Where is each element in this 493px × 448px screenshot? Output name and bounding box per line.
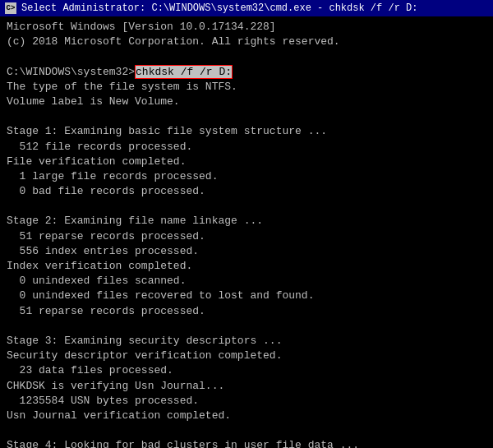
line-16: 556 index entries processed. (7, 244, 486, 259)
title-bar-text: Select Administrator: C:\WINDOWS\system3… (21, 2, 417, 14)
line-22: Stage 3: Examining security descriptors … (7, 334, 486, 349)
line-13 (7, 199, 486, 214)
line-27: Usn Journal verification completed. (7, 409, 486, 423)
line-7 (7, 109, 486, 124)
line-18: 0 unindexed files scanned. (7, 274, 486, 289)
line-15: 51 reparse records processed. (7, 229, 486, 244)
line-21 (7, 319, 486, 334)
line-1: Microsoft Windows [Version 10.0.17134.22… (7, 20, 486, 35)
line-2: (c) 2018 Microsoft Corporation. All righ… (7, 35, 486, 49)
command-text: chkdsk /f /r D: (135, 65, 233, 79)
console-window[interactable]: Microsoft Windows [Version 10.0.17134.22… (0, 16, 493, 448)
line-20: 51 reparse records processed. (7, 304, 486, 319)
line-23: Security descriptor verification complet… (7, 349, 486, 363)
line-29: Stage 4: Looking for bad clusters in use… (7, 438, 486, 448)
line-28 (7, 423, 486, 438)
line-11: 1 large file records processed. (7, 169, 486, 184)
title-bar: C> Select Administrator: C:\WINDOWS\syst… (0, 0, 493, 16)
line-4-command: C:\WINDOWS\system32>chkdsk /f /r D: (7, 65, 486, 80)
title-bar-icon: C> (5, 2, 16, 14)
line-25: CHKDSK is verifying Usn Journal... (7, 379, 486, 394)
line-19: 0 unindexed files recovered to lost and … (7, 289, 486, 303)
line-6: Volume label is New Volume. (7, 95, 486, 109)
line-24: 23 data files processed. (7, 363, 486, 378)
line-17: Index verification completed. (7, 259, 486, 274)
line-26: 1235584 USN bytes processed. (7, 394, 486, 409)
line-5: The type of the file system is NTFS. (7, 80, 486, 95)
line-9: 512 file records processed. (7, 140, 486, 155)
line-14: Stage 2: Examining file name linkage ... (7, 214, 486, 229)
line-3 (7, 49, 486, 64)
line-8: Stage 1: Examining basic file system str… (7, 124, 486, 139)
line-12: 0 bad file records processed. (7, 184, 486, 199)
line-10: File verification completed. (7, 155, 486, 169)
